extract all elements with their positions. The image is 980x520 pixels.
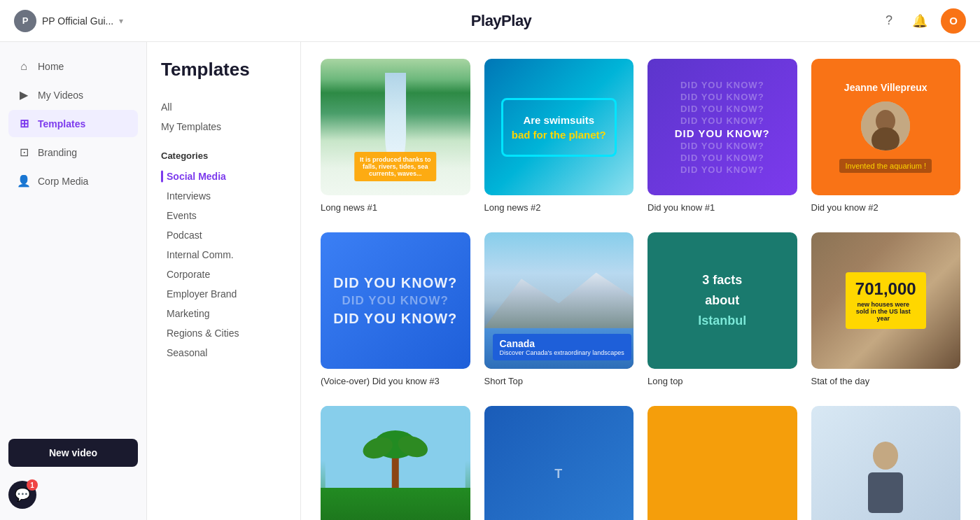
- filter-seasonal[interactable]: Seasonal: [161, 343, 286, 363]
- mountain-background: Canada Discover Canada's extraordinary l…: [484, 232, 634, 369]
- templates-icon: ⊞: [17, 117, 31, 130]
- content-area: Templates All My Templates Categories So…: [147, 42, 980, 520]
- templates-row-2: DID YOU KNOW? DID YOU KNOW? DID YOU KNOW…: [321, 232, 960, 386]
- template-name-long-top: Long top: [648, 376, 797, 386]
- istanbul-city: Istanbul: [698, 314, 746, 328]
- dyk3-background: DID YOU KNOW? DID YOU KNOW? DID YOU KNOW…: [321, 232, 470, 369]
- template-row3-1[interactable]: [321, 406, 470, 520]
- help-icon[interactable]: ?: [879, 11, 899, 31]
- main-layout: ⌂ Home ▶ My Videos ⊞ Templates ⊡ Brandin…: [0, 42, 980, 520]
- sidebar-item-home[interactable]: ⌂ Home: [8, 53, 138, 80]
- chat-badge: 1: [27, 479, 38, 491]
- placeholder2-bg: T: [484, 406, 634, 520]
- sidebar-item-branding[interactable]: ⊡ Branding: [8, 139, 138, 166]
- filter-employer-brand[interactable]: Employer Brand: [161, 284, 286, 304]
- template-thumb-dyk-1: DID YOU KNOW? DID YOU KNOW? DID YOU KNOW…: [648, 59, 797, 195]
- branding-icon: ⊡: [17, 146, 31, 159]
- stat-number: 701,000: [855, 279, 916, 299]
- template-dyk-2[interactable]: Jeanne Villepreux Invented the aquarium …: [811, 59, 961, 213]
- mountain-label: Canada Discover Canada's extraordinary l…: [493, 334, 631, 360]
- template-name-dyk-3: (Voice-over) Did you know #3: [321, 376, 470, 386]
- template-name-stat-day: Stat of the day: [811, 376, 961, 386]
- new-video-button[interactable]: New video: [8, 439, 138, 467]
- filter-all[interactable]: All: [161, 97, 286, 117]
- sidebar: ⌂ Home ▶ My Videos ⊞ Templates ⊡ Brandin…: [0, 42, 147, 520]
- categories-title: Categories: [161, 150, 286, 161]
- home-icon: ⌂: [17, 60, 31, 73]
- mountain-country: Canada: [500, 338, 624, 349]
- user-avatar[interactable]: O: [941, 8, 966, 34]
- template-thumb-short-top: Canada Discover Canada's extraordinary l…: [484, 232, 634, 369]
- template-thumb-row3-2: T: [484, 406, 634, 520]
- org-avatar: P: [14, 10, 36, 32]
- swim-highlight: bad for the planet?: [512, 129, 606, 141]
- istanbul-background: 3 facts about Istanbul: [648, 232, 797, 369]
- sidebar-item-templates[interactable]: ⊞ Templates: [8, 110, 138, 137]
- template-short-top[interactable]: Canada Discover Canada's extraordinary l…: [484, 232, 634, 386]
- dyk2-background: Jeanne Villepreux Invented the aquarium …: [811, 59, 961, 195]
- dyk2-portrait: [861, 101, 910, 150]
- filter-events[interactable]: Events: [161, 206, 286, 225]
- template-row3-4[interactable]: [811, 406, 961, 520]
- aerial-background: 701,000 new houses were sold in the US l…: [811, 232, 961, 369]
- template-thumb-long-news-2: Are swimsuitsbad for the planet?: [484, 59, 634, 195]
- swim-text: Are swimsuitsbad for the planet?: [512, 113, 606, 142]
- sidebar-item-my-videos-label: My Videos: [38, 90, 83, 101]
- filter-social-media[interactable]: Social Media: [161, 167, 286, 186]
- person-svg: [858, 436, 913, 513]
- notification-icon[interactable]: 🔔: [910, 11, 930, 31]
- template-long-news-2[interactable]: Are swimsuitsbad for the planet? Long ne…: [484, 59, 634, 213]
- placeholder1-ground: [321, 488, 470, 520]
- corp-media-icon: 👤: [17, 174, 31, 188]
- filter-my-templates[interactable]: My Templates: [161, 117, 286, 136]
- waterfall-background: It is produced thanks tofalls, rivers, t…: [321, 59, 470, 195]
- chevron-down-icon: ▾: [119, 16, 123, 26]
- water-stream: [385, 73, 406, 162]
- template-thumb-dyk-3: DID YOU KNOW? DID YOU KNOW? DID YOU KNOW…: [321, 232, 470, 369]
- filter-regions-cities[interactable]: Regions & Cities: [161, 323, 286, 343]
- template-row3-3[interactable]: [648, 406, 797, 520]
- templates-row-1: It is produced thanks tofalls, rivers, t…: [321, 59, 960, 213]
- template-name-short-top: Short Top: [484, 376, 634, 386]
- template-stat-day[interactable]: 701,000 new houses were sold in the US l…: [811, 232, 961, 386]
- dyk2-subtitle: Invented the aquarium !: [839, 159, 932, 173]
- swim-background: Are swimsuitsbad for the planet?: [484, 59, 634, 195]
- template-thumb-row3-4: [811, 406, 961, 520]
- filter-marketing[interactable]: Marketing: [161, 304, 286, 323]
- waterfall-overlay-text: It is produced thanks tofalls, rivers, t…: [354, 152, 437, 181]
- sidebar-item-corp-media[interactable]: 👤 Corp Media: [8, 167, 138, 195]
- template-dyk-3[interactable]: DID YOU KNOW? DID YOU KNOW? DID YOU KNOW…: [321, 232, 470, 386]
- template-thumb-stat-day: 701,000 new houses were sold in the US l…: [811, 232, 961, 369]
- filter-corporate[interactable]: Corporate: [161, 265, 286, 284]
- stat-box: 701,000 new houses were sold in the US l…: [846, 272, 926, 329]
- template-dyk-1[interactable]: DID YOU KNOW? DID YOU KNOW? DID YOU KNOW…: [648, 59, 797, 213]
- templates-grid: It is produced thanks tofalls, rivers, t…: [301, 42, 980, 520]
- svg-rect-10: [868, 472, 903, 513]
- template-thumb-row3-3: [648, 406, 797, 520]
- dyk1-background: DID YOU KNOW? DID YOU KNOW? DID YOU KNOW…: [648, 59, 797, 195]
- filter-interviews[interactable]: Interviews: [161, 186, 286, 206]
- sidebar-item-my-videos[interactable]: ▶ My Videos: [8, 81, 138, 108]
- svg-point-9: [873, 442, 898, 470]
- placeholder4-bg: [811, 406, 961, 520]
- template-thumb-row3-1: [321, 406, 470, 520]
- filter-podcast[interactable]: Podcast: [161, 225, 286, 245]
- template-thumb-long-news-1: It is produced thanks tofalls, rivers, t…: [321, 59, 470, 195]
- app-logo: PlayPlay: [471, 12, 532, 30]
- header-actions: ? 🔔 O: [879, 8, 966, 34]
- page-title: Templates: [161, 59, 286, 80]
- template-name-long-news-1: Long news #1: [321, 202, 470, 213]
- template-name-dyk-2: Did you know #2: [811, 202, 961, 213]
- mountain-desc: Discover Canada's extraordinary landscap…: [500, 349, 624, 356]
- org-switcher[interactable]: P PP Official Gui... ▾: [14, 10, 123, 32]
- sidebar-item-branding-label: Branding: [38, 147, 77, 158]
- template-long-top[interactable]: 3 facts about Istanbul Long top: [648, 232, 797, 386]
- org-name: PP Official Gui...: [42, 15, 113, 27]
- filter-internal-comm[interactable]: Internal Comm.: [161, 245, 286, 265]
- videos-icon: ▶: [17, 88, 31, 101]
- placeholder1-bg: [321, 406, 470, 520]
- template-thumb-long-top: 3 facts about Istanbul: [648, 232, 797, 369]
- template-long-news-1[interactable]: It is produced thanks tofalls, rivers, t…: [321, 59, 470, 213]
- template-row3-2[interactable]: T: [484, 406, 634, 520]
- chat-button[interactable]: 💬 1: [8, 481, 36, 509]
